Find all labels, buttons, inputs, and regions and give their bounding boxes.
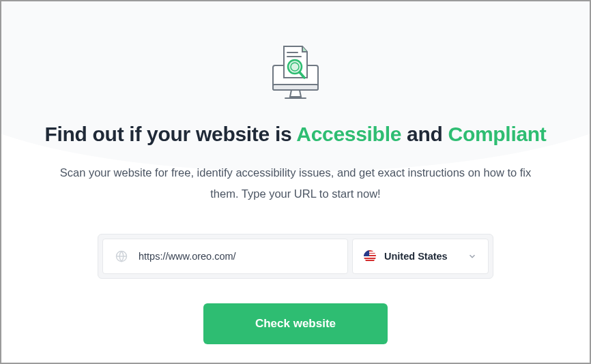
headline-part1: Find out if your website is bbox=[44, 123, 296, 145]
headline-accent-compliant: Compliant bbox=[448, 123, 547, 145]
country-select[interactable]: United States bbox=[352, 239, 489, 274]
headline-accent-accessible: Accessible bbox=[296, 123, 401, 145]
url-input-container bbox=[102, 239, 348, 274]
scan-form: United States bbox=[98, 234, 493, 279]
page-subtitle: Scan your website for free, identify acc… bbox=[50, 162, 541, 205]
svg-rect-1 bbox=[273, 85, 318, 90]
headline-part2: and bbox=[401, 123, 448, 145]
monitor-document-magnifier-icon bbox=[268, 42, 323, 104]
cta-label: Check website bbox=[255, 317, 336, 331]
country-label: United States bbox=[384, 251, 459, 262]
globe-icon bbox=[115, 250, 128, 262]
check-website-button[interactable]: Check website bbox=[203, 303, 388, 344]
chevron-down-icon bbox=[467, 252, 477, 261]
us-flag-icon bbox=[364, 250, 376, 262]
page-headline: Find out if your website is Accessible a… bbox=[44, 123, 546, 146]
website-url-input[interactable] bbox=[139, 251, 335, 262]
